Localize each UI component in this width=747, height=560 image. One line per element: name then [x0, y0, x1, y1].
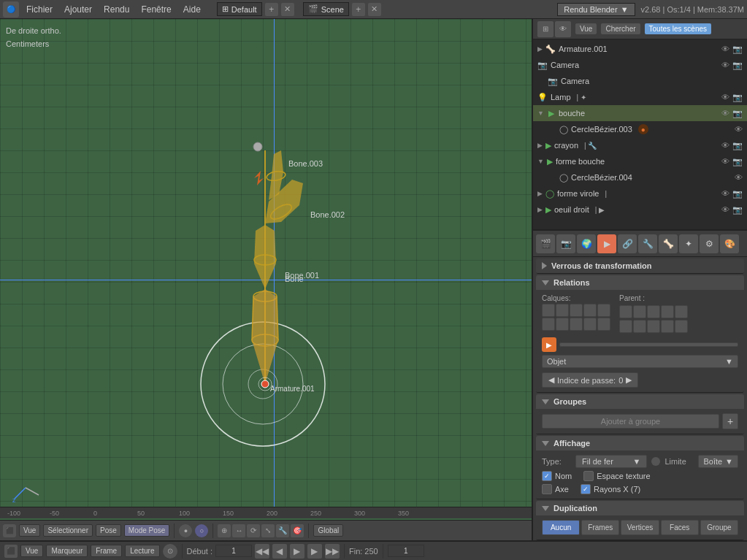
select-menu-btn[interactable]: Sélectionner	[43, 524, 93, 537]
view-menu-btn[interactable]: Vue	[19, 524, 40, 537]
layer-btn-7[interactable]	[556, 318, 569, 331]
layer-btn-6[interactable]	[542, 318, 555, 331]
timeline-frame-btn[interactable]: Frame	[91, 545, 122, 557]
timeline-marqueur-btn[interactable]: Marqueur	[46, 545, 88, 557]
menu-ajouter[interactable]: Ajouter	[60, 3, 96, 16]
current-frame-field[interactable]: 1	[388, 545, 424, 557]
outliner-item-camera-data[interactable]: 📷 Camera	[533, 73, 747, 89]
duplication-header[interactable]: Duplication	[536, 501, 744, 515]
parent-name-field[interactable]	[559, 342, 738, 347]
menu-fenetre[interactable]: Fenêtre	[137, 3, 175, 16]
eye-icon-bouche[interactable]: 👁	[721, 109, 729, 118]
props-icon-physics[interactable]: ⚙	[700, 234, 719, 253]
outliner-item-cercle-003[interactable]: ◯ CercleBézier.003 ● 👁	[533, 121, 747, 137]
eye-icon-fv[interactable]: 👁	[721, 189, 729, 199]
layer-btn-2[interactable]	[556, 304, 569, 317]
props-icon-data[interactable]: 🦴	[659, 234, 678, 253]
timeline-lecture-btn[interactable]: Lecture	[125, 545, 159, 557]
affichage-header[interactable]: Affichage	[536, 436, 744, 450]
layer-btn-9[interactable]	[583, 318, 597, 331]
parent-layer-1[interactable]	[619, 305, 632, 318]
parent-layer-7[interactable]	[633, 320, 646, 333]
tl-step-prev-btn[interactable]: ◀	[272, 544, 287, 559]
parent-layer-2[interactable]	[633, 305, 646, 318]
layer-btn-10[interactable]	[597, 318, 610, 331]
groupes-header[interactable]: Groupes	[536, 394, 744, 409]
layer-btn-8[interactable]	[570, 318, 583, 331]
transform-icon-4[interactable]: ⤡	[261, 524, 275, 537]
parent-layer-9[interactable]	[661, 320, 674, 333]
render-icon-bouche[interactable]: 📷	[732, 109, 743, 118]
espace-texture-checkbox[interactable]	[583, 471, 594, 481]
parent-layer-6[interactable]	[619, 320, 632, 333]
playhead-icon[interactable]: ⊙	[163, 544, 177, 559]
props-icon-modifiers[interactable]: 🔧	[638, 234, 657, 253]
outliner-item-lamp[interactable]: 💡 Lamp | ✦ 👁 📷	[533, 89, 747, 105]
parent-layer-5[interactable]	[675, 305, 688, 318]
parent-layer-10[interactable]	[675, 320, 688, 333]
parent-layer-8[interactable]	[647, 320, 660, 333]
transform-icon-1[interactable]: ⊕	[218, 524, 231, 537]
outliner-item-forme-bouche[interactable]: ▼ ▶ forme bouche 👁 📷	[533, 153, 747, 169]
shading-solid-btn[interactable]: ●	[179, 524, 192, 537]
global-selector[interactable]: Global	[313, 524, 343, 537]
parent-type-selector[interactable]: Objet ▼	[542, 355, 738, 368]
tl-step-next-btn[interactable]: ▶	[307, 544, 322, 559]
eye-icon-2[interactable]: 👁	[721, 61, 729, 70]
props-icon-particles[interactable]: ✦	[679, 234, 698, 253]
props-icon-scene[interactable]: 🎬	[536, 234, 555, 253]
eye-icon-c4[interactable]: 👁	[735, 173, 743, 182]
menu-aide[interactable]: Aide	[179, 3, 205, 16]
render-icon-lamp[interactable]: 📷	[732, 93, 743, 102]
transform-icon-3[interactable]: ⟳	[247, 524, 260, 537]
render-engine-selector[interactable]: Rendu Blender ▼	[557, 3, 635, 16]
pass-index-btn[interactable]: ◀ Indice de passe: 0 ▶	[542, 372, 638, 388]
axe-checkbox[interactable]	[542, 484, 552, 494]
props-icon-render[interactable]: 📷	[556, 234, 575, 253]
verrous-header[interactable]: Verrous de transformation	[536, 258, 744, 273]
limite-checkbox[interactable]	[651, 457, 660, 466]
layer-btn-1[interactable]	[542, 304, 555, 317]
dup-frames-btn[interactable]: Frames	[581, 520, 619, 535]
outliner-scenes-btn[interactable]: Toutes les scènes	[645, 23, 712, 34]
timeline-vue-btn[interactable]: Vue	[20, 545, 43, 557]
tl-next-btn[interactable]: ▶▶	[325, 544, 340, 559]
parent-layer-4[interactable]	[661, 305, 674, 318]
scene-close-btn[interactable]: ✕	[368, 3, 381, 16]
props-icon-materials[interactable]: 🎨	[720, 234, 739, 253]
add-group-input[interactable]: Ajouter à groupe	[542, 414, 719, 429]
type-selector[interactable]: Fil de fer ▼	[575, 455, 647, 468]
eye-icon-c3[interactable]: 👁	[735, 125, 743, 134]
dup-vertices-btn[interactable]: Vertices	[621, 520, 659, 535]
relations-header[interactable]: Relations	[536, 275, 744, 290]
render-icon-2[interactable]: 📷	[732, 61, 743, 70]
add-group-btn[interactable]: +	[722, 413, 738, 429]
outliner-item-crayon[interactable]: ▶ ▶ crayon | 🔧 👁 📷	[533, 137, 747, 153]
props-icon-world[interactable]: 🌍	[577, 234, 596, 253]
transform-icon-6[interactable]: 🎯	[291, 524, 304, 537]
scene-add-btn[interactable]: +	[352, 3, 365, 16]
eye-icon-lamp[interactable]: 👁	[721, 93, 729, 102]
scene-selector[interactable]: 🎬 Scene	[303, 2, 349, 16]
layer-btn-3[interactable]	[570, 304, 583, 317]
parent-layer-3[interactable]	[647, 305, 660, 318]
mode-selector[interactable]: Mode Pose	[124, 524, 170, 537]
outliner-chercher-btn[interactable]: Chercher	[601, 23, 640, 34]
workspace-close-btn[interactable]: ✕	[281, 3, 294, 16]
workspace-add-btn[interactable]: +	[265, 3, 278, 16]
rayons-checkbox[interactable]	[581, 484, 591, 494]
eye-icon-od[interactable]: 👁	[721, 205, 729, 215]
render-icon-crayon[interactable]: 📷	[732, 141, 743, 150]
dup-groupe-btn[interactable]: Groupe	[700, 520, 738, 535]
eye-icon-fb[interactable]: 👁	[721, 157, 729, 166]
viewport[interactable]: De droite ortho. Centimeters Bone	[0, 19, 533, 540]
shading-wire-btn[interactable]: ○	[195, 524, 208, 537]
eye-icon-crayon[interactable]: 👁	[721, 141, 729, 150]
eye-icon[interactable]: 👁	[721, 45, 729, 54]
outliner-item-bouche[interactable]: ▼ ▶ bouche 👁 📷	[533, 105, 747, 121]
outliner-item-cercle-004[interactable]: ◯ CercleBézier.004 👁	[533, 169, 747, 185]
outliner-item-forme-virole[interactable]: ▶ ◯ forme virole | 👁 📷	[533, 185, 747, 202]
render-icon[interactable]: 📷	[732, 45, 743, 54]
props-icon-object[interactable]: ▶	[597, 234, 616, 253]
nom-checkbox[interactable]	[542, 471, 552, 481]
